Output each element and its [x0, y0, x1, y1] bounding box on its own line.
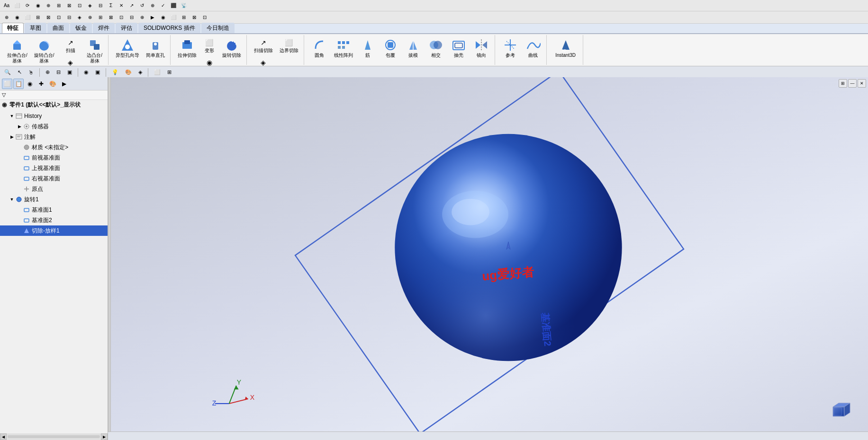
tree-item-xuanzhuan1[interactable]: ▼ 旋转1: [0, 194, 108, 205]
tb1-icon-7[interactable]: ⊠: [64, 1, 74, 10]
sidebar-scroll-track[interactable]: [8, 435, 100, 438]
btn-cankao[interactable]: 参考: [500, 36, 521, 60]
tb3-search-btn[interactable]: 🔍: [2, 68, 13, 76]
tb2-icon-18[interactable]: ⊞: [179, 13, 189, 22]
btn-gunding[interactable]: ◉ 固顶: [201, 56, 218, 66]
tb3-view2-btn[interactable]: ⬜: [152, 68, 163, 76]
btn-latiqiechu[interactable]: 拉伸切除: [175, 36, 199, 60]
tab-pingjia[interactable]: 评估: [116, 23, 137, 33]
btn-baohe[interactable]: 包覆: [380, 36, 401, 60]
btn-jingxiang[interactable]: 镜向: [471, 36, 492, 60]
tb2-icon-11[interactable]: ⊠: [106, 13, 116, 22]
btn-bamo[interactable]: 拔模: [403, 36, 424, 60]
tb1-icon-18[interactable]: 📡: [179, 1, 189, 10]
btn-fangyang-qiege[interactable]: ◈ 放样切割: [252, 56, 275, 66]
vp-ctrl-close[interactable]: ✕: [858, 79, 866, 88]
btn-xianxing-zhenlie[interactable]: 线性阵列: [332, 36, 355, 60]
btn-quxian[interactable]: 曲线: [523, 36, 543, 60]
tree-item-qiechu-fanyang[interactable]: 切除-放样1: [0, 225, 108, 236]
sidebar-scroll-right[interactable]: ▶: [101, 433, 108, 440]
tb2-icon-13[interactable]: ⊟: [127, 13, 136, 22]
tb3-view-btn[interactable]: ⊟: [54, 68, 63, 76]
tree-item-jizun2[interactable]: 基准面2: [0, 215, 108, 225]
tree-item-caizhi[interactable]: 材质 <未指定>: [0, 142, 108, 153]
tb2-icon-5[interactable]: ⊠: [44, 13, 53, 22]
tb2-icon-10[interactable]: ⊞: [96, 13, 105, 22]
tb1-icon-14[interactable]: ↺: [137, 1, 147, 10]
tb2-icon-4[interactable]: ⊞: [33, 13, 43, 22]
tree-item-yuandian[interactable]: 原点: [0, 184, 108, 194]
sidebar-scroll-left[interactable]: ◀: [0, 433, 7, 440]
tb3-light-btn[interactable]: 💡: [109, 68, 121, 76]
tree-item-shangshi[interactable]: 上视基准面: [0, 163, 108, 173]
btn-yuanjiao[interactable]: 圆角: [309, 36, 330, 60]
btn-yixing[interactable]: 异型孔向导: [113, 36, 142, 60]
tab-qumian[interactable]: 曲面: [47, 23, 69, 33]
tree-root-node[interactable]: ◉ 零件1 (默认<<默认>_显示状: [0, 100, 108, 110]
tb1-icon-8[interactable]: ⊡: [75, 1, 84, 10]
tb3-mouse-btn[interactable]: 🖱: [26, 69, 36, 76]
btn-lati-taitai[interactable]: 拉伸凸台/基体: [5, 36, 30, 65]
tb2-icon-7[interactable]: ⊟: [64, 13, 74, 22]
sb-icon-tree[interactable]: 📋: [13, 79, 24, 89]
tb2-icon-15[interactable]: ▶: [148, 13, 157, 22]
tb1-icon-4[interactable]: ◉: [33, 1, 43, 10]
btn-jiandanzhi[interactable]: 简单直孔: [144, 36, 167, 60]
tb1-icon-16[interactable]: ✓: [158, 1, 168, 10]
sb-icon-solid[interactable]: ⬜: [2, 79, 12, 89]
btn-fangyang[interactable]: ◈ 放样凸台: [59, 56, 82, 66]
tab-banjin[interactable]: 钣金: [70, 23, 92, 33]
tb1-icon-2[interactable]: ⬜: [12, 1, 22, 10]
tb2-icon-9[interactable]: ⊕: [85, 13, 95, 22]
xuanzhuan1-toggle[interactable]: ▼: [9, 196, 15, 203]
tb1-icon-11[interactable]: Σ: [106, 1, 116, 10]
tb1-icon-12[interactable]: ✕: [117, 1, 126, 10]
tb1-icon-17[interactable]: ⬛: [169, 1, 178, 10]
tab-caotu[interactable]: 草图: [25, 23, 46, 33]
btn-saomiao[interactable]: ↗ 扫描: [59, 36, 82, 55]
tab-hanjie[interactable]: 焊件: [93, 23, 115, 33]
btn-jin[interactable]: 筋: [357, 36, 378, 60]
sb-icon-display2[interactable]: 🎨: [47, 79, 58, 89]
tb1-icon-10[interactable]: ⊟: [96, 1, 105, 10]
tb2-icon-8[interactable]: ◈: [75, 13, 84, 22]
tb2-icon-1[interactable]: ⊕: [2, 13, 11, 22]
tb3-vis-btn[interactable]: ◉: [81, 68, 91, 76]
tb2-icon-3[interactable]: ⬜: [23, 13, 32, 22]
tb3-zoomfit-btn[interactable]: ⊕: [43, 68, 52, 76]
tb3-orient-btn[interactable]: ▣: [65, 68, 74, 76]
tree-item-jizun1[interactable]: 基准面1: [0, 205, 108, 215]
tb2-icon-12[interactable]: ⊡: [117, 13, 126, 22]
btn-xuanzhuan-taitai[interactable]: 旋转凸台/基体: [32, 36, 57, 65]
btn-xuanzhuanqiechu[interactable]: 旋转切除: [220, 36, 244, 60]
tb2-icon-14[interactable]: ⊕: [137, 13, 147, 22]
tb1-icon-6[interactable]: ⊞: [54, 1, 63, 10]
tb2-icon-20[interactable]: ⊡: [200, 13, 209, 22]
btn-bian-taitai[interactable]: 边凸台/基体: [84, 36, 105, 65]
vp-ctrl-maximize[interactable]: ⊞: [839, 79, 847, 88]
zhujie-toggle[interactable]: ▶: [9, 134, 15, 140]
tab-solidworks-plugins[interactable]: SOLIDWORKS 插件: [138, 23, 200, 33]
sb-icon-prop[interactable]: ◉: [25, 79, 35, 89]
history-toggle[interactable]: ▼: [9, 113, 15, 119]
btn-bianjie-qiechu[interactable]: ⬜ 边界切除: [277, 36, 301, 55]
vp-ctrl-minimize[interactable]: —: [848, 79, 857, 88]
tb1-icon-15[interactable]: ⊕: [148, 1, 157, 10]
tb3-expand-btn[interactable]: ⊞: [165, 68, 174, 76]
sb-icon-conf[interactable]: ✚: [36, 79, 46, 89]
btn-saomiao-qiechu[interactable]: ↗ 扫描切除: [252, 36, 275, 55]
sb-icon-more[interactable]: ▶: [59, 79, 69, 89]
btn-instant3d[interactable]: 3D Instant3D: [552, 36, 580, 60]
btn-bianxing[interactable]: ⬜ 变形: [201, 36, 218, 55]
tb2-icon-2[interactable]: ◉: [12, 13, 22, 22]
tb2-icon-17[interactable]: ⬜: [169, 13, 178, 22]
tb1-icon-5[interactable]: ⊕: [44, 1, 53, 10]
tb3-appear-btn[interactable]: 🎨: [123, 68, 134, 76]
tb2-icon-6[interactable]: ⊡: [54, 13, 63, 22]
tree-item-history[interactable]: ▼ History: [0, 111, 108, 121]
viewport[interactable]: ug爱好者 基准面2 Z X Y: [111, 77, 868, 440]
tree-item-chuanganqi[interactable]: ▶ 传感器: [0, 121, 108, 132]
tab-tezheng[interactable]: 特征: [2, 23, 24, 33]
chuanganqi-toggle[interactable]: ▶: [16, 123, 23, 130]
tree-item-qianshi[interactable]: 前视基准面: [0, 153, 108, 163]
